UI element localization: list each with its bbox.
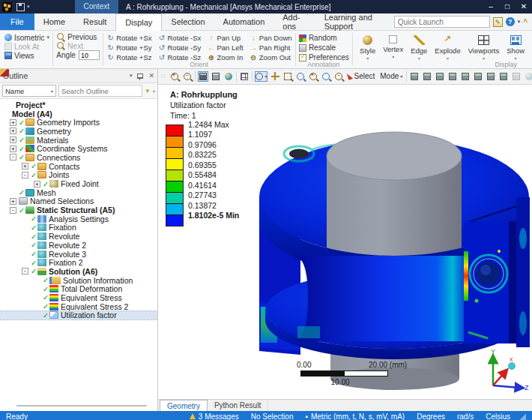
minimize-button[interactable]: – xyxy=(483,0,499,14)
shaded-exterior-icon[interactable] xyxy=(211,71,221,82)
tree-item[interactable]: ✓ Solution (A6) xyxy=(0,267,157,276)
tree-item[interactable]: ✓ Fixation 2 xyxy=(0,258,157,267)
angle-unit-indicator[interactable]: Degrees xyxy=(417,412,445,420)
toolbar-drag-handle[interactable]: ⁞⁞ xyxy=(161,73,166,80)
tree-expander[interactable] xyxy=(10,128,16,134)
tree-item[interactable]: ✓ Geometry Imports xyxy=(0,118,157,127)
pan-right-button[interactable]: →Pan Right xyxy=(250,44,292,52)
select-cursor-icon[interactable]: Select xyxy=(346,71,376,82)
tree-expander[interactable] xyxy=(34,181,40,188)
tree-item[interactable]: ✓ Total Deformation xyxy=(0,284,157,293)
tree-item[interactable]: ✓ Fixed Joint xyxy=(0,179,157,188)
tree-item[interactable]: ✓ Named Selections xyxy=(0,197,157,206)
close-button[interactable]: ✕ xyxy=(516,0,532,14)
document-tab[interactable]: Python Result xyxy=(208,400,268,411)
tree-item[interactable]: ✓ Coordinate Systems xyxy=(0,144,157,153)
filter-vertex-icon[interactable] xyxy=(409,71,420,82)
filter-face-icon[interactable] xyxy=(435,71,445,82)
tree-expander[interactable] xyxy=(10,207,16,214)
ribbon-tab[interactable]: Display xyxy=(115,14,162,31)
pan-left-button[interactable]: ←Pan Left xyxy=(207,44,243,52)
tree-item[interactable]: ✓ Utilization factor xyxy=(0,311,157,320)
tree-expander[interactable] xyxy=(10,154,16,160)
zoom-in-icon[interactable] xyxy=(169,71,180,82)
separator[interactable] xyxy=(252,71,253,82)
tree-item[interactable]: ✓ Project* xyxy=(0,100,157,110)
rotate-plus-sy-button[interactable]: ↻Rotate +Sy xyxy=(106,44,151,52)
tree-item[interactable]: ✓ Equivalent Stress xyxy=(0,293,157,302)
quick-launch-input[interactable] xyxy=(394,16,490,28)
flood-select-icon[interactable] xyxy=(524,71,532,82)
tree-expander[interactable] xyxy=(22,172,28,178)
mode-dropdown[interactable]: Mode xyxy=(378,71,404,82)
look-at-button[interactable]: Look At xyxy=(4,42,49,51)
pan-up-button[interactable]: ↑Pan Up xyxy=(207,34,243,42)
extend-selection-icon[interactable] xyxy=(511,71,522,82)
zoom-previous-icon[interactable] xyxy=(333,71,344,82)
tree-expander[interactable] xyxy=(10,136,16,143)
zoom-selection-icon[interactable] xyxy=(308,71,318,82)
filter-body-icon[interactable] xyxy=(447,71,458,82)
box-zoom-icon[interactable] xyxy=(282,71,293,82)
feedback-icon[interactable]: ✎ xyxy=(493,17,503,27)
tree-expander[interactable] xyxy=(10,146,16,152)
tree-item[interactable]: ✓ Revolute 3 xyxy=(0,250,157,259)
tree-expander[interactable] xyxy=(22,268,28,274)
maximize-button[interactable]: □ xyxy=(499,0,516,14)
filter-element-icon[interactable] xyxy=(473,71,483,82)
previous-button[interactable]: Previous xyxy=(56,33,100,42)
filter-edge-icon[interactable] xyxy=(422,71,432,82)
filter-node-icon[interactable] xyxy=(460,71,471,82)
rotate-minus-sx-button[interactable]: ↺Rotate -Sx xyxy=(157,34,201,42)
separator[interactable] xyxy=(195,71,196,82)
orientation-triad[interactable]: X Y Z xyxy=(477,346,531,396)
zoom-object-icon[interactable] xyxy=(321,71,331,82)
tree-item[interactable]: ✓ Solution Information xyxy=(0,276,157,285)
tree-item[interactable]: ✓ Mesh xyxy=(0,188,157,197)
search-filter-icon[interactable]: ▼ xyxy=(145,88,151,94)
explode-button[interactable]: Explode▾ xyxy=(431,33,464,61)
show-button[interactable]: Show▾ xyxy=(503,33,528,61)
tree-item[interactable]: ✓ Model (A4) xyxy=(0,110,157,118)
selection-indicator[interactable]: No Selection xyxy=(251,412,294,420)
messages-indicator[interactable]: 3 Messages xyxy=(190,412,239,420)
save-icon[interactable] xyxy=(16,3,25,11)
views-button[interactable]: Views xyxy=(4,51,49,60)
ribbon-tab[interactable]: Home xyxy=(34,14,74,30)
help-caret-icon[interactable]: ▾ xyxy=(518,19,521,25)
outline-menu-caret-icon[interactable]: ▾ xyxy=(130,73,133,79)
filter-mesh-icon[interactable] xyxy=(498,71,509,82)
graphics-area[interactable]: A: Rohrkupplung Utilization factor Time:… xyxy=(158,85,532,399)
document-tab[interactable]: Geometry xyxy=(160,400,208,411)
tree-item[interactable]: ✓ Materials xyxy=(0,136,157,145)
rescale-button[interactable]: Rescale xyxy=(299,43,349,52)
quick-access-caret-icon[interactable]: ▾ xyxy=(27,4,30,10)
zoom-out-icon[interactable] xyxy=(182,71,193,82)
next-button[interactable]: Next xyxy=(56,42,100,51)
outline-search-input[interactable] xyxy=(58,85,142,97)
ribbon-tab[interactable]: Result xyxy=(74,14,115,30)
tree-expander[interactable] xyxy=(10,119,16,126)
units-indicator[interactable]: ▴Metric (mm, t, N, s, mV, mA) xyxy=(305,412,405,420)
rotate-plus-sx-button[interactable]: ↻Rotate +Sx xyxy=(106,34,151,42)
tree-item[interactable]: ✓ Geometry xyxy=(0,127,157,136)
pin-icon[interactable] xyxy=(137,74,143,79)
help-icon[interactable]: ? xyxy=(506,17,515,26)
tree-expander[interactable] xyxy=(22,163,28,170)
pan-down-button[interactable]: ↓Pan Down xyxy=(250,34,292,42)
search-field-selector[interactable]: Name▾ xyxy=(2,85,56,97)
rotate-minus-sy-button[interactable]: ↺Rotate -Sy xyxy=(157,44,201,52)
pan-mode-icon[interactable] xyxy=(270,71,280,82)
ribbon-tab[interactable]: Selection xyxy=(162,14,214,30)
outline-hscrollbar[interactable] xyxy=(16,405,147,406)
close-panel-icon[interactable]: ✕ xyxy=(148,72,154,80)
separator[interactable] xyxy=(406,71,407,82)
vertex-button[interactable]: Vertex▾ xyxy=(379,33,407,61)
shaded-exterior-edges-icon[interactable] xyxy=(198,71,208,82)
tree-item[interactable]: ✓ Analysis Settings xyxy=(0,214,157,224)
viewports-button[interactable]: Viewports▾ xyxy=(465,33,504,61)
ribbon-tab[interactable]: Add-ons xyxy=(273,14,315,30)
edge-button[interactable]: Edge▾ xyxy=(407,33,431,61)
temperature-unit-indicator[interactable]: Celsius xyxy=(486,412,510,420)
search-options-caret-icon[interactable]: ▾ xyxy=(153,88,155,94)
